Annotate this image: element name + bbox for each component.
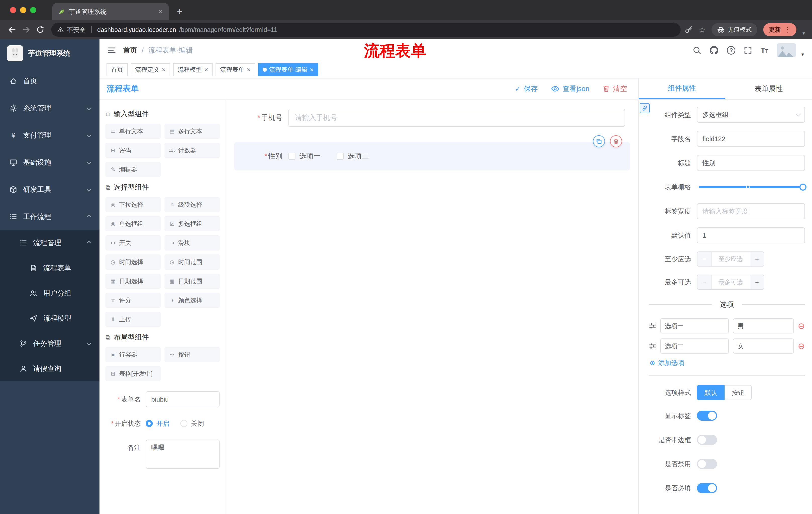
style-button-button[interactable]: 按钮: [725, 385, 752, 400]
tag-home[interactable]: 首页: [107, 63, 127, 76]
new-tab-button[interactable]: +: [177, 6, 182, 16]
avatar-caret-icon[interactable]: ▾: [802, 51, 804, 57]
tag-process-form-edit[interactable]: 流程表单-编辑 ×: [258, 63, 318, 76]
tag-close-icon[interactable]: ×: [204, 66, 208, 74]
gender-checkbox-option1[interactable]: 选项一: [288, 152, 321, 161]
radio-disabled[interactable]: 关闭: [180, 419, 204, 428]
window-minimize-button[interactable]: [20, 7, 26, 13]
form-canvas[interactable]: *手机号: [226, 100, 638, 514]
component-checkbox-group[interactable]: ☑多选框组: [165, 216, 220, 231]
option1-value-input[interactable]: [733, 318, 794, 333]
sidebar-item-infrastructure[interactable]: 基础设施: [0, 149, 99, 176]
show-label-switch[interactable]: [697, 411, 717, 421]
option1-label-input[interactable]: [660, 318, 729, 333]
phone-field-row[interactable]: *手机号: [234, 109, 630, 127]
address-bar[interactable]: 不安全 dashboard.yudao.iocoder.cn/bpm/manag…: [51, 23, 680, 37]
tag-close-icon[interactable]: ×: [247, 66, 251, 74]
copy-field-button[interactable]: [593, 135, 605, 147]
component-multi-line-text[interactable]: ▤多行文本: [165, 124, 220, 139]
remove-option-icon[interactable]: ⊖: [798, 322, 805, 330]
slider-handle[interactable]: [800, 184, 807, 191]
component-dropdown-select[interactable]: ◎下拉选择: [106, 197, 161, 212]
disabled-switch[interactable]: [697, 459, 717, 469]
github-icon[interactable]: [710, 46, 718, 55]
toolbar-overflow-chevron-icon[interactable]: ▾: [803, 30, 805, 36]
component-button[interactable]: ⊹按钮: [165, 347, 220, 362]
search-icon[interactable]: [693, 46, 701, 55]
add-option-button[interactable]: ⊕ 添加选项: [650, 359, 805, 368]
stepper-increase-button[interactable]: +: [750, 252, 764, 266]
passwords-key-icon[interactable]: [685, 26, 693, 34]
component-row-container[interactable]: ▣行容器: [106, 347, 161, 362]
component-type-select[interactable]: 多选框组: [697, 107, 805, 123]
style-default-button[interactable]: 默认: [697, 385, 725, 400]
sidebar-item-process-management[interactable]: 流程管理: [0, 231, 99, 255]
stepper-increase-button[interactable]: +: [750, 275, 764, 289]
sidebar-item-system-management[interactable]: 系统管理: [0, 94, 99, 122]
label-width-input[interactable]: [697, 203, 805, 219]
drag-handle-icon[interactable]: [649, 322, 656, 330]
required-switch[interactable]: [697, 483, 717, 493]
forward-button[interactable]: [19, 23, 33, 37]
reload-button[interactable]: [33, 23, 47, 37]
sidebar-item-user-groups[interactable]: 用户分组: [0, 281, 99, 306]
component-time-picker[interactable]: ◷时间选择: [106, 254, 161, 270]
radio-enabled[interactable]: 开启: [146, 419, 169, 428]
sidebar-item-task-management[interactable]: 任务管理: [0, 331, 99, 356]
component-date-range[interactable]: ▧日期范围: [165, 274, 220, 289]
browser-update-button[interactable]: 更新 ⋮: [763, 23, 796, 36]
option2-label-input[interactable]: [660, 339, 729, 354]
component-editor[interactable]: ✎编辑器: [106, 162, 161, 177]
component-rate[interactable]: ☆评分: [106, 293, 161, 308]
save-button[interactable]: ✓ 保存: [515, 84, 538, 93]
component-color-picker[interactable]: ◑颜色选择: [165, 293, 220, 308]
phone-input[interactable]: [288, 109, 625, 127]
field-name-input[interactable]: [697, 131, 805, 147]
window-maximize-button[interactable]: [30, 7, 36, 13]
link-chip-button[interactable]: [640, 103, 650, 113]
back-button[interactable]: [5, 23, 19, 37]
tag-close-icon[interactable]: ×: [310, 66, 314, 74]
delete-field-button[interactable]: [610, 135, 622, 147]
component-slider[interactable]: ⊸滑块: [165, 235, 220, 250]
breadcrumb-home-link[interactable]: 首页: [123, 46, 137, 55]
drag-handle-icon[interactable]: [649, 342, 656, 350]
browser-tab[interactable]: 芋道管理系统 ×: [52, 3, 169, 20]
sidebar-item-home[interactable]: 首页: [0, 67, 99, 94]
window-close-button[interactable]: [10, 7, 16, 13]
selected-gender-field[interactable]: *性别 选项一 选项二: [234, 142, 630, 170]
tag-process-model[interactable]: 流程模型 ×: [173, 63, 212, 76]
tag-process-form[interactable]: 流程表单 ×: [215, 63, 255, 76]
sidebar-item-workflow[interactable]: 工作流程: [0, 203, 99, 231]
component-counter[interactable]: 123计数器: [165, 143, 220, 158]
component-date-picker[interactable]: ▦日期选择: [106, 274, 161, 289]
sidebar-item-payment-management[interactable]: ¥ 支付管理: [0, 122, 99, 149]
view-json-button[interactable]: 查看json: [551, 84, 589, 93]
sidebar-item-process-model[interactable]: 流程模型: [0, 306, 99, 331]
form-remark-textarea[interactable]: 嘿嘿: [146, 439, 220, 469]
title-input[interactable]: [697, 155, 805, 171]
min-select-input[interactable]: [712, 252, 750, 266]
component-radio-group[interactable]: ◉单选框组: [106, 216, 161, 231]
max-select-input[interactable]: [712, 275, 750, 289]
gender-checkbox-option2[interactable]: 选项二: [337, 152, 369, 161]
component-single-line-text[interactable]: ▭单行文本: [106, 124, 161, 139]
fullscreen-icon[interactable]: [744, 46, 752, 54]
component-password[interactable]: ⊟密码: [106, 143, 161, 158]
browser-menu-kebab-icon[interactable]: ⋮: [784, 26, 791, 34]
tab-form-props[interactable]: 表单属性: [725, 78, 812, 99]
clear-button[interactable]: 清空: [603, 84, 627, 93]
bookmark-star-icon[interactable]: ☆: [699, 25, 705, 34]
option2-value-input[interactable]: [733, 339, 794, 354]
tag-process-definition[interactable]: 流程定义 ×: [130, 63, 170, 76]
form-name-input[interactable]: [146, 391, 220, 407]
hamburger-menu-icon[interactable]: [108, 47, 116, 54]
sidebar-item-leave-query[interactable]: 请假查询: [0, 356, 99, 381]
component-switch[interactable]: ⊶开关: [106, 235, 161, 250]
sidebar-item-process-form[interactable]: 流程表单: [0, 255, 99, 281]
tab-component-props[interactable]: 组件属性: [639, 78, 725, 99]
tag-close-icon[interactable]: ×: [162, 66, 166, 74]
tab-close-icon[interactable]: ×: [159, 7, 163, 16]
border-switch[interactable]: [697, 435, 717, 445]
font-size-icon[interactable]: TT: [760, 46, 768, 55]
